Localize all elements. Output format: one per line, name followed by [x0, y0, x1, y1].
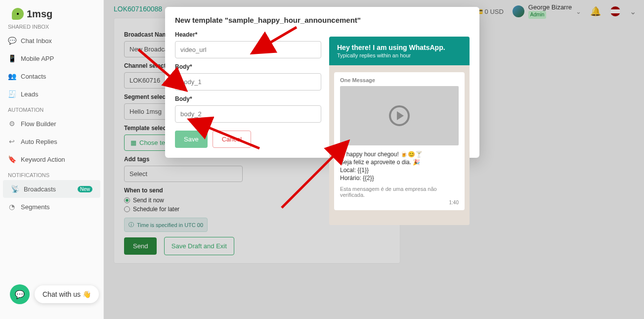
keyword-icon: 🔖 — [8, 155, 16, 163]
sidebar-item-flow-builder[interactable]: ⚙Flow Builder — [0, 115, 103, 133]
chevron-down-icon: ⌄ — [576, 8, 581, 15]
sidebar-item-label: Chat Inbox — [21, 37, 52, 45]
sidebar-item-keyword-action[interactable]: 🔖Keyword Action — [0, 150, 103, 168]
one-message-label: One Message — [340, 77, 459, 83]
message-line1: O happy hour chegou! 🍺😊🍸 — [340, 150, 459, 158]
cancel-button[interactable]: Cancel — [213, 131, 251, 148]
sidebar-item-broadcasts[interactable]: 📡BroadcastsNew — [3, 180, 100, 198]
message-line3: Local: {{1}} — [340, 166, 459, 174]
radio-icon — [124, 197, 130, 203]
broadcast-icon: 📡 — [11, 185, 19, 193]
language-flag[interactable] — [610, 6, 621, 17]
chat-widget[interactable]: 💬 Chat with us 👋 — [10, 284, 99, 304]
user-menu[interactable]: George Bizarre Admin ⌄ — [513, 4, 581, 19]
section-shared-inbox: SHARED INBOX — [0, 20, 103, 32]
save-draft-button[interactable]: Save Draft and Exit — [164, 237, 234, 255]
sidebar-item-label: Keyword Action — [21, 156, 65, 163]
radio-label: Send it now — [133, 197, 164, 204]
segment-icon: ◔ — [8, 203, 16, 211]
preview-header-subtitle: Typically replies within an hour — [337, 52, 462, 58]
contacts-icon: 👥 — [8, 72, 16, 80]
sidebar-item-label: Mobile APP — [21, 55, 54, 62]
sidebar-item-label: Segments — [21, 203, 50, 211]
sidebar-item-label: Contacts — [21, 73, 46, 80]
user-name: George Bizarre — [528, 4, 572, 11]
avatar — [513, 5, 524, 17]
label-body2: Body* — [175, 95, 321, 102]
balance-text: 0 USD — [485, 8, 504, 15]
message-line4: Horário: {{2}} — [340, 174, 459, 182]
bell-icon[interactable]: 🔔 — [590, 6, 601, 17]
auto-reply-icon: ↩ — [8, 137, 16, 145]
sidebar-item-leads[interactable]: 🧾Leads — [0, 85, 103, 103]
video-placeholder — [340, 86, 459, 145]
info-icon: ⓘ — [129, 221, 134, 228]
sidebar-item-mobile-app[interactable]: 📱Mobile APP — [0, 49, 103, 67]
label-body1: Body* — [175, 63, 321, 70]
play-icon — [389, 105, 410, 126]
flow-icon: ⚙ — [8, 120, 16, 128]
save-button[interactable]: Save — [175, 131, 208, 148]
chat-pill-text: Chat with us 👋 — [35, 285, 99, 303]
sidebar-item-label: Auto Replies — [21, 138, 57, 145]
radio-label: Schedule for later — [133, 206, 179, 213]
message-footer: Esta mensagem é de uma empresa não verif… — [340, 186, 459, 198]
sidebar-item-segments[interactable]: ◔Segments — [0, 198, 103, 216]
leads-icon: 🧾 — [8, 90, 16, 98]
sidebar-item-chat-inbox[interactable]: 💬Chat Inbox — [0, 32, 103, 49]
sidebar-item-contacts[interactable]: 👥Contacts — [0, 67, 103, 85]
preview-header: Hey there! I am using WhatsApp. Typicall… — [329, 37, 470, 65]
logo-text: 1msg — [27, 8, 52, 20]
sidebar-item-label: Flow Builder — [21, 120, 56, 128]
sidebar-item-label: Broadcasts — [24, 185, 56, 193]
body2-input[interactable] — [175, 105, 321, 123]
label-header: Header* — [175, 31, 321, 38]
message-time: 1:40 — [340, 200, 459, 205]
modal-title: New template "sample_happy_hour_announce… — [175, 16, 470, 24]
sidebar-item-auto-replies[interactable]: ↩Auto Replies — [0, 133, 103, 150]
template-modal: New template "sample_happy_hour_announce… — [165, 7, 479, 158]
chevron-down-icon: ⌄ — [630, 7, 636, 16]
chat-bubble-icon: 💬 — [10, 284, 30, 304]
logo-icon — [12, 8, 24, 20]
section-automation: AUTOMATION — [0, 103, 103, 115]
logo: 1msg — [12, 8, 103, 20]
whatsapp-preview: Hey there! I am using WhatsApp. Typicall… — [329, 37, 470, 225]
radio-icon — [124, 206, 130, 212]
chat-icon: 💬 — [8, 37, 16, 45]
mobile-icon: 📱 — [8, 54, 16, 62]
message-bubble: One Message O happy hour chegou! 🍺😊🍸 Sej… — [334, 72, 465, 210]
message-line2: Seja feliz e aproveite o dia. 🎉 — [340, 158, 459, 166]
preview-header-title: Hey there! I am using WhatsApp. — [337, 44, 462, 51]
grid-icon: ▦ — [130, 139, 136, 146]
sidebar-item-label: Leads — [21, 91, 38, 98]
utc-text: Time is specified in UTC 00 — [137, 222, 203, 228]
header-input[interactable] — [175, 41, 321, 58]
new-badge: New — [78, 186, 92, 192]
send-button[interactable]: Send — [124, 237, 157, 255]
user-role-badge: Admin — [528, 11, 546, 19]
body1-input[interactable] — [175, 73, 321, 91]
utc-note: ⓘTime is specified in UTC 00 — [124, 218, 208, 232]
section-notifications: NOTIFICATIONS — [0, 168, 103, 180]
tags-select[interactable]: Select — [124, 166, 243, 182]
